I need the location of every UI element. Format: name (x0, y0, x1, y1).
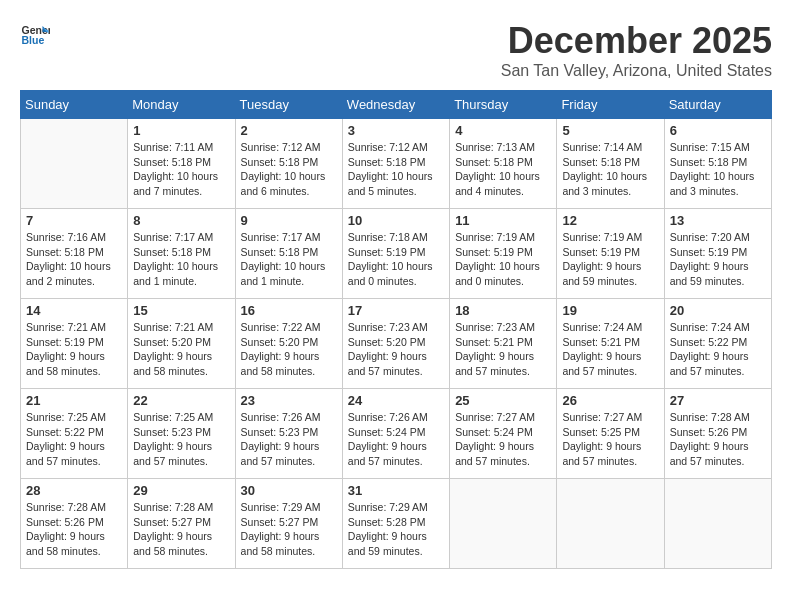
day-number: 16 (241, 303, 337, 318)
header-tuesday: Tuesday (235, 91, 342, 119)
calendar-cell: 22Sunrise: 7:25 AM Sunset: 5:23 PM Dayli… (128, 389, 235, 479)
calendar-cell: 28Sunrise: 7:28 AM Sunset: 5:26 PM Dayli… (21, 479, 128, 569)
calendar-week-4: 28Sunrise: 7:28 AM Sunset: 5:26 PM Dayli… (21, 479, 772, 569)
calendar-cell: 9Sunrise: 7:17 AM Sunset: 5:18 PM Daylig… (235, 209, 342, 299)
calendar-table: SundayMondayTuesdayWednesdayThursdayFrid… (20, 90, 772, 569)
day-info: Sunrise: 7:23 AM Sunset: 5:21 PM Dayligh… (455, 320, 551, 379)
day-info: Sunrise: 7:29 AM Sunset: 5:28 PM Dayligh… (348, 500, 444, 559)
day-number: 31 (348, 483, 444, 498)
calendar-week-2: 14Sunrise: 7:21 AM Sunset: 5:19 PM Dayli… (21, 299, 772, 389)
calendar-week-0: 1Sunrise: 7:11 AM Sunset: 5:18 PM Daylig… (21, 119, 772, 209)
day-number: 22 (133, 393, 229, 408)
day-number: 7 (26, 213, 122, 228)
day-number: 10 (348, 213, 444, 228)
calendar-week-1: 7Sunrise: 7:16 AM Sunset: 5:18 PM Daylig… (21, 209, 772, 299)
day-number: 11 (455, 213, 551, 228)
day-info: Sunrise: 7:11 AM Sunset: 5:18 PM Dayligh… (133, 140, 229, 199)
day-number: 12 (562, 213, 658, 228)
calendar-cell (450, 479, 557, 569)
logo: General Blue (20, 20, 50, 50)
day-number: 17 (348, 303, 444, 318)
calendar-cell: 6Sunrise: 7:15 AM Sunset: 5:18 PM Daylig… (664, 119, 771, 209)
day-info: Sunrise: 7:18 AM Sunset: 5:19 PM Dayligh… (348, 230, 444, 289)
calendar-cell: 4Sunrise: 7:13 AM Sunset: 5:18 PM Daylig… (450, 119, 557, 209)
day-number: 4 (455, 123, 551, 138)
calendar-cell (21, 119, 128, 209)
svg-text:Blue: Blue (22, 34, 45, 46)
header-sunday: Sunday (21, 91, 128, 119)
header-wednesday: Wednesday (342, 91, 449, 119)
day-info: Sunrise: 7:28 AM Sunset: 5:26 PM Dayligh… (26, 500, 122, 559)
day-number: 24 (348, 393, 444, 408)
title-section: December 2025 San Tan Valley, Arizona, U… (501, 20, 772, 80)
calendar-cell: 3Sunrise: 7:12 AM Sunset: 5:18 PM Daylig… (342, 119, 449, 209)
day-number: 25 (455, 393, 551, 408)
day-number: 20 (670, 303, 766, 318)
calendar-week-3: 21Sunrise: 7:25 AM Sunset: 5:22 PM Dayli… (21, 389, 772, 479)
day-number: 27 (670, 393, 766, 408)
header-friday: Friday (557, 91, 664, 119)
day-info: Sunrise: 7:12 AM Sunset: 5:18 PM Dayligh… (348, 140, 444, 199)
calendar-cell: 15Sunrise: 7:21 AM Sunset: 5:20 PM Dayli… (128, 299, 235, 389)
day-number: 13 (670, 213, 766, 228)
calendar-cell: 16Sunrise: 7:22 AM Sunset: 5:20 PM Dayli… (235, 299, 342, 389)
calendar-cell: 26Sunrise: 7:27 AM Sunset: 5:25 PM Dayli… (557, 389, 664, 479)
day-info: Sunrise: 7:15 AM Sunset: 5:18 PM Dayligh… (670, 140, 766, 199)
calendar-cell: 21Sunrise: 7:25 AM Sunset: 5:22 PM Dayli… (21, 389, 128, 479)
calendar-cell: 14Sunrise: 7:21 AM Sunset: 5:19 PM Dayli… (21, 299, 128, 389)
logo-icon: General Blue (20, 20, 50, 50)
calendar-header-row: SundayMondayTuesdayWednesdayThursdayFrid… (21, 91, 772, 119)
day-info: Sunrise: 7:19 AM Sunset: 5:19 PM Dayligh… (455, 230, 551, 289)
calendar-cell: 11Sunrise: 7:19 AM Sunset: 5:19 PM Dayli… (450, 209, 557, 299)
day-info: Sunrise: 7:13 AM Sunset: 5:18 PM Dayligh… (455, 140, 551, 199)
calendar-cell: 29Sunrise: 7:28 AM Sunset: 5:27 PM Dayli… (128, 479, 235, 569)
calendar-cell: 19Sunrise: 7:24 AM Sunset: 5:21 PM Dayli… (557, 299, 664, 389)
day-info: Sunrise: 7:27 AM Sunset: 5:25 PM Dayligh… (562, 410, 658, 469)
header-thursday: Thursday (450, 91, 557, 119)
day-number: 2 (241, 123, 337, 138)
calendar-cell: 24Sunrise: 7:26 AM Sunset: 5:24 PM Dayli… (342, 389, 449, 479)
day-number: 5 (562, 123, 658, 138)
calendar-cell: 8Sunrise: 7:17 AM Sunset: 5:18 PM Daylig… (128, 209, 235, 299)
day-number: 29 (133, 483, 229, 498)
day-info: Sunrise: 7:21 AM Sunset: 5:19 PM Dayligh… (26, 320, 122, 379)
calendar-cell (664, 479, 771, 569)
day-number: 8 (133, 213, 229, 228)
day-info: Sunrise: 7:29 AM Sunset: 5:27 PM Dayligh… (241, 500, 337, 559)
day-number: 23 (241, 393, 337, 408)
page-header: General Blue December 2025 San Tan Valle… (20, 20, 772, 80)
day-info: Sunrise: 7:12 AM Sunset: 5:18 PM Dayligh… (241, 140, 337, 199)
day-number: 19 (562, 303, 658, 318)
day-info: Sunrise: 7:24 AM Sunset: 5:22 PM Dayligh… (670, 320, 766, 379)
calendar-cell (557, 479, 664, 569)
calendar-cell: 1Sunrise: 7:11 AM Sunset: 5:18 PM Daylig… (128, 119, 235, 209)
day-info: Sunrise: 7:26 AM Sunset: 5:23 PM Dayligh… (241, 410, 337, 469)
day-info: Sunrise: 7:20 AM Sunset: 5:19 PM Dayligh… (670, 230, 766, 289)
day-info: Sunrise: 7:17 AM Sunset: 5:18 PM Dayligh… (241, 230, 337, 289)
day-number: 28 (26, 483, 122, 498)
calendar-cell: 30Sunrise: 7:29 AM Sunset: 5:27 PM Dayli… (235, 479, 342, 569)
calendar-cell: 18Sunrise: 7:23 AM Sunset: 5:21 PM Dayli… (450, 299, 557, 389)
calendar-cell: 20Sunrise: 7:24 AM Sunset: 5:22 PM Dayli… (664, 299, 771, 389)
day-number: 15 (133, 303, 229, 318)
calendar-cell: 2Sunrise: 7:12 AM Sunset: 5:18 PM Daylig… (235, 119, 342, 209)
day-info: Sunrise: 7:28 AM Sunset: 5:27 PM Dayligh… (133, 500, 229, 559)
day-info: Sunrise: 7:23 AM Sunset: 5:20 PM Dayligh… (348, 320, 444, 379)
calendar-cell: 12Sunrise: 7:19 AM Sunset: 5:19 PM Dayli… (557, 209, 664, 299)
day-info: Sunrise: 7:16 AM Sunset: 5:18 PM Dayligh… (26, 230, 122, 289)
day-info: Sunrise: 7:26 AM Sunset: 5:24 PM Dayligh… (348, 410, 444, 469)
day-number: 26 (562, 393, 658, 408)
month-title: December 2025 (501, 20, 772, 62)
day-info: Sunrise: 7:27 AM Sunset: 5:24 PM Dayligh… (455, 410, 551, 469)
calendar-cell: 23Sunrise: 7:26 AM Sunset: 5:23 PM Dayli… (235, 389, 342, 479)
day-info: Sunrise: 7:19 AM Sunset: 5:19 PM Dayligh… (562, 230, 658, 289)
calendar-cell: 25Sunrise: 7:27 AM Sunset: 5:24 PM Dayli… (450, 389, 557, 479)
day-info: Sunrise: 7:25 AM Sunset: 5:23 PM Dayligh… (133, 410, 229, 469)
day-number: 1 (133, 123, 229, 138)
calendar-cell: 17Sunrise: 7:23 AM Sunset: 5:20 PM Dayli… (342, 299, 449, 389)
calendar-cell: 7Sunrise: 7:16 AM Sunset: 5:18 PM Daylig… (21, 209, 128, 299)
calendar-cell: 27Sunrise: 7:28 AM Sunset: 5:26 PM Dayli… (664, 389, 771, 479)
location-subtitle: San Tan Valley, Arizona, United States (501, 62, 772, 80)
calendar-cell: 31Sunrise: 7:29 AM Sunset: 5:28 PM Dayli… (342, 479, 449, 569)
day-info: Sunrise: 7:25 AM Sunset: 5:22 PM Dayligh… (26, 410, 122, 469)
